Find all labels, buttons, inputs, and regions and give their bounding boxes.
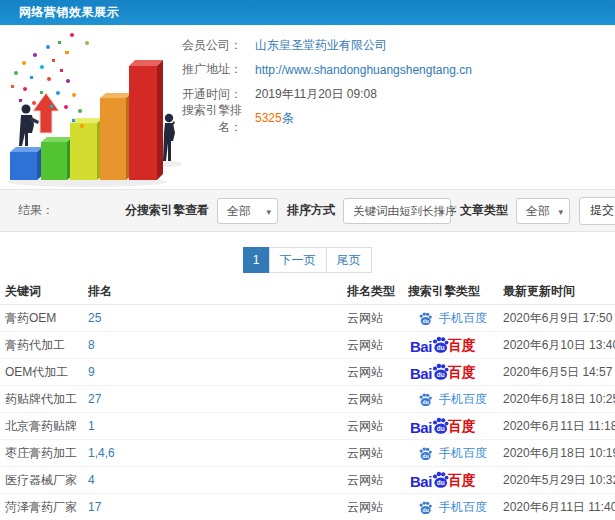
page-last-button[interactable]: 尾页 bbox=[326, 247, 372, 273]
rank-cell: 1,4,6 bbox=[88, 446, 347, 460]
rank-link[interactable]: 27 bbox=[88, 392, 101, 406]
rank-link[interactable]: 9 bbox=[88, 365, 95, 379]
baidu-logo-bai: Bai bbox=[410, 338, 432, 355]
rank-cell: 25 bbox=[88, 311, 347, 325]
keyword-cell: 医疗器械厂家 bbox=[0, 472, 88, 489]
engine-rank-label: 搜索引擎排名： bbox=[159, 102, 242, 136]
member-info: 会员公司： 山东皇圣堂药业有限公司 推广地址： http://www.shand… bbox=[159, 33, 472, 131]
company-link[interactable]: 山东皇圣堂药业有限公司 bbox=[255, 37, 387, 54]
header-updated: 最新更新时间 bbox=[503, 283, 615, 300]
baidu-logo-cn: 百度 bbox=[448, 337, 476, 355]
table-row: 菏泽膏药厂家17云网站du手机百度2020年6月11日 11:40 bbox=[0, 494, 615, 520]
rank-type-cell: 云网站 bbox=[347, 337, 408, 354]
baidu-paw-icon: du bbox=[418, 500, 433, 515]
header-keyword: 关键词 bbox=[0, 283, 88, 300]
rank-cell: 17 bbox=[88, 500, 347, 514]
company-row: 会员公司： 山东皇圣堂药业有限公司 bbox=[159, 33, 472, 58]
rank-type-cell: 云网站 bbox=[347, 499, 408, 516]
svg-text:du: du bbox=[437, 344, 445, 351]
baidu-paw-icon: du bbox=[418, 446, 433, 461]
rank-cell: 9 bbox=[88, 365, 347, 379]
rank-cell: 27 bbox=[88, 392, 347, 406]
rank-type-cell: 云网站 bbox=[347, 418, 408, 435]
promo-url-label: 推广地址： bbox=[159, 61, 242, 78]
rank-link[interactable]: 1,4,6 bbox=[88, 446, 115, 460]
engine-filter-select[interactable]: 全部 ▾ bbox=[217, 198, 278, 224]
rank-link[interactable]: 1 bbox=[88, 419, 95, 433]
engine-type-cell: du手机百度 bbox=[408, 499, 503, 516]
baidu-paw-icon: du bbox=[418, 311, 433, 326]
mobile-baidu-label: 手机百度 bbox=[439, 499, 487, 516]
svg-text:du: du bbox=[423, 317, 429, 323]
engine-rank-row: 搜索引擎排名： 5325条 bbox=[159, 107, 472, 132]
engine-type-cell: du手机百度 bbox=[408, 391, 503, 408]
article-type-value: 全部 bbox=[526, 204, 550, 218]
engine-rank-value: 5325条 bbox=[255, 110, 294, 127]
keyword-cell: 菏泽膏药厂家 bbox=[0, 499, 88, 516]
keyword-cell: 枣庄膏药加工 bbox=[0, 445, 88, 462]
baidu-logo: Baidu百度 bbox=[408, 470, 476, 490]
baidu-logo-cn: 百度 bbox=[448, 418, 476, 436]
rank-cell: 1 bbox=[88, 419, 347, 433]
submit-button[interactable]: 提交 bbox=[579, 197, 615, 225]
rank-type-cell: 云网站 bbox=[347, 472, 408, 489]
rank-count: 5325 bbox=[255, 111, 282, 125]
updated-cell: 2020年6月11日 11:18 bbox=[503, 418, 615, 435]
mobile-baidu-badge: du手机百度 bbox=[408, 499, 487, 516]
svg-text:du: du bbox=[437, 371, 445, 378]
engine-type-cell: Baidu百度 bbox=[408, 335, 503, 355]
rank-cell: 8 bbox=[88, 338, 347, 352]
engine-type-cell: Baidu百度 bbox=[408, 362, 503, 382]
mobile-baidu-badge: du手机百度 bbox=[408, 391, 487, 408]
header-rank-type: 排名类型 bbox=[347, 283, 408, 300]
baidu-logo: Baidu百度 bbox=[408, 362, 476, 382]
pagination: 1下一页尾页 bbox=[0, 232, 615, 278]
baidu-logo-cn: 百度 bbox=[448, 472, 476, 490]
table-row: 膏药OEM25云网站du手机百度2020年6月9日 17:50 bbox=[0, 305, 615, 332]
engine-type-cell: du手机百度 bbox=[408, 445, 503, 462]
company-label: 会员公司： bbox=[159, 37, 242, 54]
rank-type-cell: 云网站 bbox=[347, 310, 408, 327]
promo-url-link[interactable]: http://www.shandonghuangshengtang.cn bbox=[255, 63, 472, 77]
caret-down-icon: ▾ bbox=[558, 199, 563, 225]
table-row: OEM代加工9云网站Baidu百度2020年6月5日 14:57 bbox=[0, 359, 615, 386]
rank-cell: 4 bbox=[88, 473, 347, 487]
table-row: 北京膏药贴牌1云网站Baidu百度2020年6月11日 11:18 bbox=[0, 413, 615, 440]
rank-type-cell: 云网站 bbox=[347, 445, 408, 462]
mobile-baidu-badge: du手机百度 bbox=[408, 445, 487, 462]
sort-filter-select[interactable]: 关键词由短到长排序 ▾ bbox=[343, 198, 451, 224]
header-engine-type: 搜索引擎类型 bbox=[408, 283, 503, 300]
rank-link[interactable]: 25 bbox=[88, 311, 101, 325]
baidu-paw-icon: du bbox=[418, 392, 433, 407]
rank-type-cell: 云网站 bbox=[347, 391, 408, 408]
rank-link[interactable]: 8 bbox=[88, 338, 95, 352]
baidu-logo-bai: Bai bbox=[410, 473, 432, 490]
keyword-cell: 北京膏药贴牌 bbox=[0, 418, 88, 435]
svg-text:du: du bbox=[423, 398, 429, 404]
rank-link[interactable]: 4 bbox=[88, 473, 95, 487]
updated-cell: 2020年6月11日 11:40 bbox=[503, 499, 615, 516]
engine-filter-label: 分搜索引擎查看 bbox=[125, 202, 209, 219]
engine-type-cell: Baidu百度 bbox=[408, 470, 503, 490]
updated-cell: 2020年6月10日 13:40 bbox=[503, 337, 615, 354]
page-next-button[interactable]: 下一页 bbox=[269, 247, 327, 273]
article-type-label: 文章类型 bbox=[460, 202, 508, 219]
page-current-button[interactable]: 1 bbox=[243, 247, 270, 273]
mobile-baidu-label: 手机百度 bbox=[439, 391, 487, 408]
keyword-cell: 药贴牌代加工 bbox=[0, 391, 88, 408]
mobile-baidu-badge: du手机百度 bbox=[408, 310, 487, 327]
article-type-select[interactable]: 全部 ▾ bbox=[516, 198, 570, 224]
table-row: 膏药代加工8云网站Baidu百度2020年6月10日 13:40 bbox=[0, 332, 615, 359]
baidu-logo-bai: Bai bbox=[410, 365, 432, 382]
top-section: 会员公司： 山东皇圣堂药业有限公司 推广地址： http://www.shand… bbox=[0, 25, 615, 189]
baidu-logo-cn: 百度 bbox=[448, 364, 476, 382]
keyword-cell: 膏药OEM bbox=[0, 310, 88, 327]
rank-link[interactable]: 17 bbox=[88, 500, 101, 514]
rank-unit: 条 bbox=[282, 111, 294, 125]
baidu-logo: Baidu百度 bbox=[408, 335, 476, 355]
table-header-row: 关键词 排名 排名类型 搜索引擎类型 最新更新时间 bbox=[0, 278, 615, 305]
sort-filter-label: 排序方式 bbox=[287, 202, 335, 219]
updated-cell: 2020年6月18日 10:19 bbox=[503, 445, 615, 462]
page-title: 网络营销效果展示 bbox=[0, 0, 615, 25]
filter-bar: 结果： 分搜索引擎查看 全部 ▾ 排序方式 关键词由短到长排序 ▾ 文章类型 全… bbox=[0, 189, 615, 232]
